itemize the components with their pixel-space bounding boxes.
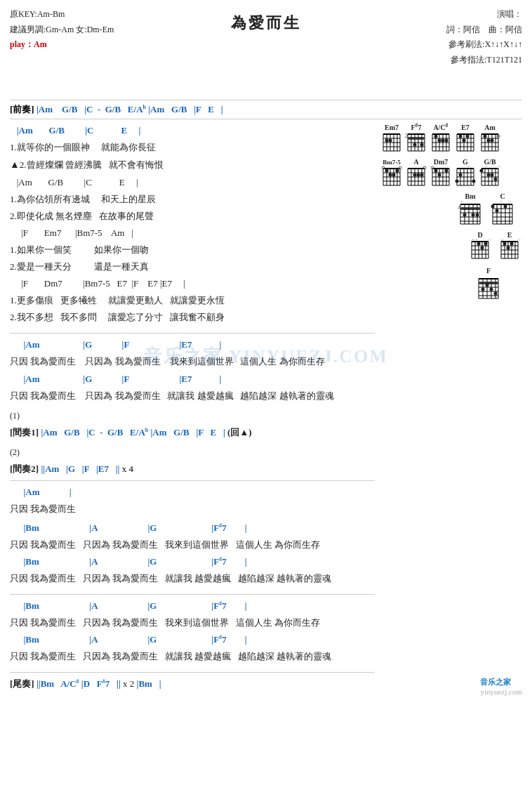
prelude-section: [前奏] |Am G/B |C - G/B E/Ab |Am G/B |F E … bbox=[10, 103, 522, 116]
divider-5 bbox=[10, 594, 375, 595]
chord-g-label: G bbox=[463, 158, 468, 166]
outro-chord3: |Bm |A |G |F#7 | bbox=[10, 598, 375, 614]
svg-text:○: ○ bbox=[488, 239, 491, 242]
svg-point-146 bbox=[487, 173, 491, 177]
chord-a-label: A bbox=[413, 158, 418, 166]
chord-d-grid: × × ○ bbox=[469, 239, 491, 260]
chord-fs7: F#7 2 bbox=[405, 122, 427, 152]
verse1-lyric3: 1.為你佔領所有邊城 和天上的星辰 bbox=[10, 191, 375, 208]
divider-3 bbox=[10, 333, 375, 334]
svg-point-234 bbox=[490, 288, 493, 291]
interlude2-row: [間奏2] ||Am |G |F |E7 || x 4 bbox=[10, 461, 375, 478]
svg-point-198 bbox=[481, 246, 484, 250]
chord-e-label: E bbox=[507, 231, 512, 239]
svg-point-199 bbox=[484, 242, 488, 246]
singer-info: 演唱： bbox=[446, 7, 522, 22]
chorus-lyric1: 只因 我為愛而生 只因為 我為愛而生 我來到這個世界 這個人生 為你而生存 bbox=[10, 353, 375, 370]
chord-dm7-grid bbox=[430, 166, 452, 187]
svg-text:○: ○ bbox=[518, 239, 521, 242]
chord-dm7: Dm7 bbox=[430, 158, 452, 187]
svg-point-214 bbox=[503, 242, 507, 246]
footer-logo-icon: 音乐之家 bbox=[480, 677, 522, 687]
suggestion-key: 建議男調:Gm-Am 女:Dm-Em bbox=[10, 22, 114, 38]
verse1-chord4: |F Dm7 |Bm7-5 E7 |F E7 |E7 | bbox=[10, 275, 375, 292]
svg-point-197 bbox=[477, 242, 481, 246]
svg-point-235 bbox=[494, 292, 498, 296]
interlude1-row: [間奏1] |Am G/B |C - G/B E/Ab |Am G/B |F E… bbox=[10, 424, 375, 441]
chord-gb-label: G/B bbox=[484, 158, 496, 166]
svg-point-86 bbox=[389, 173, 392, 177]
chord-g: G bbox=[454, 158, 477, 187]
outro-chord2: |Bm |A |G |F#7 | bbox=[10, 553, 375, 570]
footer-logo-right: 音乐之家 yinyuezj.com bbox=[480, 677, 522, 696]
svg-point-69 bbox=[487, 139, 491, 143]
svg-rect-231 bbox=[479, 282, 498, 284]
chord-f-grid bbox=[476, 275, 501, 300]
svg-text:2: 2 bbox=[405, 133, 408, 139]
original-key: 原KEY:Am-Bm bbox=[10, 7, 114, 22]
svg-point-70 bbox=[491, 139, 494, 143]
chord-c: C bbox=[490, 192, 515, 225]
chord-diagrams: Em7 bbox=[375, 122, 522, 692]
chord-bm-label: Bm bbox=[465, 192, 476, 200]
strum-info: 參考刷法:X↑↓↑X↑↓↑ bbox=[446, 37, 522, 53]
chord-e: E bbox=[498, 231, 521, 260]
svg-point-88 bbox=[396, 169, 399, 173]
chord-e7: E7 bbox=[454, 124, 477, 152]
svg-point-148 bbox=[494, 178, 498, 181]
chord-ac#-label: A/C# bbox=[433, 122, 448, 131]
diagram-row-2: Bm7-5 bbox=[380, 158, 522, 187]
chord-e-grid: ○ ○ bbox=[498, 239, 521, 260]
svg-point-41 bbox=[441, 139, 445, 143]
outro-lyric2: 只因 我為愛而生 只因為 我為愛而生 就讓我 越愛越瘋 越陷越深 越執著的靈魂 bbox=[10, 570, 375, 587]
verse1-lyric8: 2.我不多想 我不多問 讓愛忘了分寸 讓我奮不顧身 bbox=[10, 309, 375, 326]
svg-point-100 bbox=[413, 173, 417, 177]
svg-text:2: 2 bbox=[458, 204, 460, 210]
finger-info: 參考指法:T121T121 bbox=[446, 53, 522, 68]
outro-lyric4: 只因 我為愛而生 只因為 我為愛而生 就讓我 越愛越瘋 越陷越深 越執著的靈魂 bbox=[10, 648, 375, 665]
chord-am: Am bbox=[479, 124, 501, 152]
chord-bm-grid: 2 × bbox=[458, 200, 483, 225]
svg-point-182 bbox=[496, 209, 499, 213]
chord-bm75: Bm7-5 bbox=[380, 159, 403, 187]
svg-point-68 bbox=[484, 135, 487, 138]
svg-point-87 bbox=[392, 173, 396, 177]
chord-bm: Bm 2 bbox=[458, 192, 483, 225]
svg-point-39 bbox=[434, 135, 438, 138]
prelude-label: [前奏] bbox=[10, 104, 34, 114]
svg-point-102 bbox=[420, 173, 424, 177]
svg-rect-25 bbox=[408, 137, 425, 140]
chord-em7-grid bbox=[380, 131, 403, 152]
svg-point-181 bbox=[491, 205, 495, 209]
outro-lyric1: 只因 我為愛而生 只因為 我為愛而生 我來到這個世界 這個人生 為你而生存 bbox=[10, 536, 375, 553]
lyrics-area: |Am G/B |C E | 1.就等你的一個眼神 就能為你長征 ▲2.曾經燦爛… bbox=[10, 122, 375, 692]
end-section: [尾奏] ||Bm A/C# |D F#7 || x 2 |Bm | bbox=[10, 676, 375, 692]
verse1-lyric7: 1.更多傷痕 更多犧牲 就讓愛更動人 就讓愛更永恆 bbox=[10, 292, 375, 309]
footer-url: yinyuezj.com bbox=[480, 687, 522, 696]
svg-point-166 bbox=[472, 213, 475, 217]
verse1-chord1: |Am G/B |C E | bbox=[10, 122, 375, 139]
svg-point-132 bbox=[472, 180, 476, 183]
chord-ac#-grid bbox=[430, 131, 452, 152]
svg-text:×: × bbox=[472, 239, 474, 242]
chord-fs7-grid: 2 bbox=[405, 131, 427, 152]
diagram-row-1: Em7 bbox=[380, 122, 522, 152]
svg-text:×: × bbox=[485, 166, 487, 169]
chord-a-grid bbox=[405, 166, 427, 187]
svg-point-215 bbox=[507, 246, 510, 250]
interlude2-label-row: (2) bbox=[10, 444, 375, 461]
chord-gb: G/B bbox=[479, 158, 501, 187]
chord-am-label: Am bbox=[484, 124, 496, 131]
lyricist-info: 詞：阿信 曲：阿信 bbox=[446, 22, 522, 38]
divider-4 bbox=[10, 480, 375, 481]
diagram-row-5: F bbox=[380, 267, 501, 300]
svg-point-130 bbox=[459, 173, 463, 177]
svg-point-233 bbox=[486, 284, 489, 287]
svg-point-101 bbox=[417, 173, 420, 177]
chord-c-grid: ○ ○ bbox=[490, 200, 515, 225]
chord-am-grid bbox=[479, 131, 501, 152]
svg-point-54 bbox=[459, 135, 463, 138]
prelude-chords: |Am G/B |C - G/B E/Ab |Am G/B |F E | bbox=[36, 104, 223, 114]
svg-text:×: × bbox=[498, 166, 500, 169]
outro-chord1: |Bm |A |G |F#7 | bbox=[10, 520, 375, 536]
